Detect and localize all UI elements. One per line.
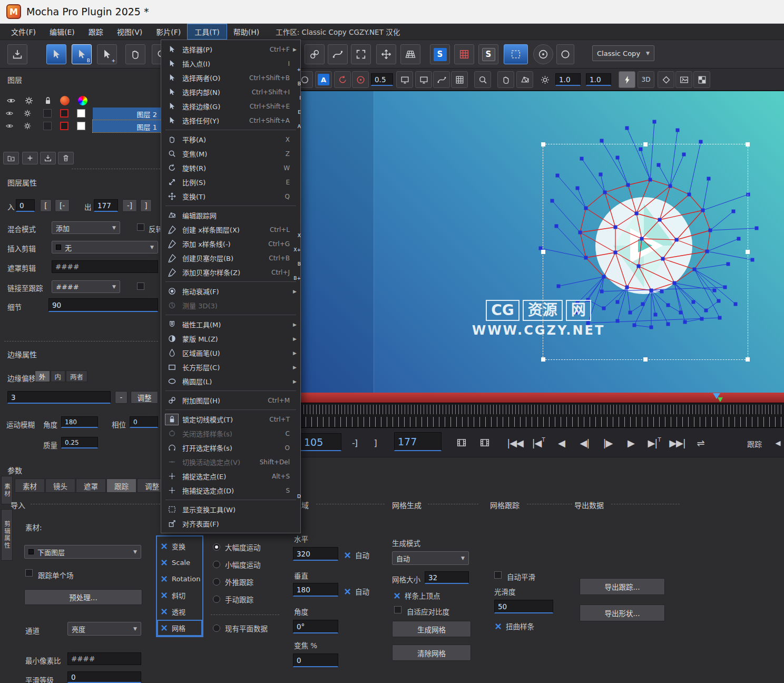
- import-clip-button[interactable]: [7, 44, 27, 64]
- selection-handle[interactable]: [541, 142, 545, 147]
- selection-handle[interactable]: [643, 142, 648, 147]
- menu-item[interactable]: B+ 添加贝塞尔样条(Z) Ctrl+J ▶: [161, 265, 300, 279]
- menu-item[interactable]: 显示变换工具(W) ▶: [161, 502, 300, 516]
- menu-bar-item[interactable]: 跟踪: [82, 24, 110, 39]
- show-surface-toggle[interactable]: S: [478, 44, 498, 64]
- params-tab[interactable]: 镜头: [45, 479, 75, 493]
- workspace-select[interactable]: Classic Copy▼: [592, 45, 654, 61]
- clip-in-icon[interactable]: [452, 433, 471, 452]
- layer-color-icon[interactable]: [60, 96, 70, 105]
- menu-item[interactable]: 旋转(R) W ▶: [161, 161, 300, 175]
- menu-item[interactable]: I 选择内部(N) Ctrl+Shift+I ▶: [161, 85, 300, 99]
- motion-param-toggle[interactable]: 透视: [157, 603, 202, 620]
- menu-bar-item[interactable]: 编辑(E): [43, 24, 82, 39]
- menu-bar-item[interactable]: 帮助(H): [227, 24, 266, 39]
- quality-field[interactable]: 0.25: [61, 437, 98, 448]
- area-angle-field[interactable]: 0°: [293, 620, 338, 633]
- exposure-field[interactable]: 1.0: [555, 73, 581, 86]
- trace-toggle[interactable]: [533, 44, 553, 64]
- timeline-ruler[interactable]: [293, 403, 784, 428]
- min-pixel-field[interactable]: ####: [67, 652, 141, 665]
- layer-swatch-fill[interactable]: [77, 109, 85, 118]
- track-single-field-checkbox[interactable]: [25, 569, 33, 577]
- diamond-view-button[interactable]: [658, 71, 674, 88]
- menu-item[interactable]: 比例(S) E ▶: [161, 175, 300, 189]
- menu-item[interactable]: 对齐表面(F) ▶: [161, 516, 300, 531]
- selection-handle[interactable]: [541, 357, 545, 362]
- selection-handle[interactable]: [746, 357, 750, 362]
- insert-point-tool-button[interactable]: +: [97, 44, 117, 64]
- motion-param-toggle[interactable]: 斜切: [157, 587, 202, 603]
- set-in-button[interactable]: [: [40, 199, 52, 212]
- menu-item[interactable]: + 插入点(I) I ▶: [161, 56, 300, 71]
- blend-mode-select[interactable]: 添加▼: [52, 221, 120, 234]
- gamma-field[interactable]: 1.0: [586, 73, 611, 86]
- layer-swatch-empty[interactable]: [43, 122, 52, 130]
- link-track-select[interactable]: ####▼: [52, 280, 120, 293]
- menu-item[interactable]: 磁性工具(M) ▶: [161, 317, 300, 331]
- mesh-view-button[interactable]: [516, 71, 533, 88]
- invert-checkbox[interactable]: [137, 223, 144, 231]
- transport-button[interactable]: |◀◀: [504, 433, 527, 452]
- show-splines-toggle[interactable]: S: [430, 44, 450, 64]
- menu-item[interactable]: 选择器(P) Ctrl+F ▶: [161, 42, 300, 56]
- menu-item[interactable]: 平移(A) X ▶: [161, 132, 300, 147]
- view-3d-toggle[interactable]: 3D: [638, 71, 654, 88]
- radio-icon[interactable]: [213, 561, 220, 568]
- overlay-toggle[interactable]: [556, 44, 574, 64]
- checker-view-button[interactable]: [693, 71, 710, 88]
- transport-button[interactable]: |◀T: [527, 433, 550, 452]
- radio-icon[interactable]: [213, 596, 220, 603]
- trim-out-button[interactable]: ]: [368, 433, 383, 452]
- overlay-opacity-field[interactable]: 0.5: [371, 73, 393, 86]
- existing-planar-radio[interactable]: 现有平面数据: [213, 623, 268, 633]
- preprocess-button[interactable]: 预处理...: [24, 589, 142, 605]
- show-lattice-toggle[interactable]: [454, 44, 474, 64]
- menu-item[interactable]: 变焦(M) Z ▶: [161, 147, 300, 161]
- matte-clip-field[interactable]: ####: [52, 260, 158, 273]
- smoothness-field[interactable]: 50: [494, 600, 553, 613]
- motion-radio[interactable]: 手动跟踪: [213, 594, 261, 604]
- in-field[interactable]: 0: [16, 199, 35, 212]
- angle-field[interactable]: 180: [61, 416, 98, 428]
- selection-handle[interactable]: [541, 250, 545, 254]
- menu-item[interactable]: 拖动衰减(F) ▶: [161, 284, 300, 298]
- auto-smooth-checkbox[interactable]: [494, 571, 502, 579]
- detail-slider[interactable]: 90: [48, 298, 158, 312]
- edge-width-slider[interactable]: 3: [7, 391, 111, 404]
- layer-eye-icon[interactable]: [5, 122, 14, 130]
- menu-item[interactable]: D 拖捕捉选定点(D) S ▶: [161, 483, 300, 497]
- show-zoom-window-toggle[interactable]: [504, 44, 528, 64]
- trim-in-button[interactable]: -]: [347, 433, 362, 452]
- view-monitor-button[interactable]: [396, 71, 413, 88]
- footage-select[interactable]: 下面图层▼: [24, 545, 141, 559]
- generate-mesh-button[interactable]: 生成网格: [392, 621, 471, 637]
- menu-item[interactable]: 区域画笔(U) ▶: [161, 346, 300, 360]
- pan-tool-button[interactable]: [125, 44, 145, 64]
- layer-gear-icon[interactable]: [23, 109, 32, 118]
- menu-item[interactable]: 长方形层(C) ▶: [161, 360, 300, 374]
- zoom-fit-button[interactable]: [351, 44, 371, 64]
- transport-button[interactable]: ⇌: [689, 433, 712, 452]
- menu-bar-item[interactable]: 视图(V): [110, 24, 150, 39]
- zoom-region-button[interactable]: [474, 71, 491, 88]
- menu-item[interactable]: A 选择任何(Y) Ctrl+Shift+A ▶: [161, 113, 300, 128]
- menu-item[interactable]: X+ 添加 x样条线(-) Ctrl+G ▶: [161, 237, 300, 251]
- selection-handle[interactable]: [746, 142, 750, 147]
- menu-item[interactable]: 锁定切线模式(T) Ctrl+T ▶: [161, 412, 300, 426]
- in-frame-field[interactable]: 105: [300, 433, 341, 451]
- menu-bar-item[interactable]: 工具(T): [188, 24, 226, 39]
- eye-icon[interactable]: [6, 96, 16, 105]
- spline-vertices-toggle[interactable]: 样条上顶点: [393, 590, 440, 601]
- gear-icon[interactable]: [24, 96, 34, 105]
- horizontal-field[interactable]: 320: [293, 547, 338, 561]
- radio-icon[interactable]: [213, 543, 220, 551]
- menu-item[interactable]: 捕捉选定点(E) Alt+S ▶: [161, 469, 300, 483]
- area-zoom-field[interactable]: 0: [293, 653, 338, 667]
- view-compare-button[interactable]: [415, 71, 432, 88]
- image-view-button[interactable]: [675, 71, 692, 88]
- menu-item[interactable]: 蒙版 ML(Z) ▶: [161, 331, 300, 346]
- trim-in-button[interactable]: [-: [55, 199, 70, 212]
- out-frame-field[interactable]: 177: [394, 432, 442, 451]
- menu-item[interactable]: 关闭选择样条(s) C ▶: [161, 426, 300, 441]
